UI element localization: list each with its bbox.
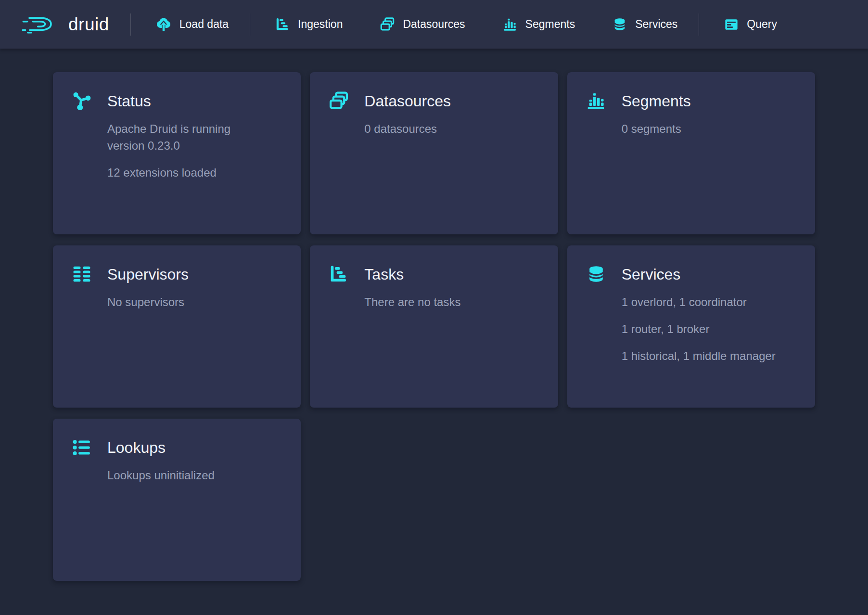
- home-view: Status Apache Druid is running version 0…: [0, 49, 868, 581]
- druid-logo-icon: [19, 15, 62, 34]
- database-icon: [587, 265, 606, 284]
- stacked-rectangles-icon: [380, 17, 395, 32]
- gantt-chart-icon: [329, 265, 348, 284]
- supervisors-card[interactable]: Supervisors No supervisors: [53, 245, 301, 408]
- card-title: Supervisors: [107, 264, 281, 285]
- card-title: Datasources: [364, 90, 538, 112]
- graph-nodes-icon: [72, 91, 91, 111]
- nav-item-load-data[interactable]: Load data: [156, 17, 229, 32]
- nav-item-query[interactable]: Query: [724, 17, 777, 32]
- card-text-line: Apache Druid is running version 0.23.0: [107, 120, 271, 154]
- card-body: 0 segments: [622, 120, 796, 147]
- stacked-rectangles-icon: [329, 91, 348, 111]
- segmented-bar-chart-icon: [503, 17, 517, 32]
- database-icon: [613, 17, 627, 32]
- list-columns-icon: [72, 265, 91, 284]
- brand-name: druid: [68, 14, 109, 35]
- status-card[interactable]: Status Apache Druid is running version 0…: [53, 72, 301, 234]
- card-body: 1 overlord, 1 coordinator1 router, 1 bro…: [622, 294, 796, 374]
- gantt-chart-icon: [275, 17, 290, 32]
- tasks-card[interactable]: Tasks There are no tasks: [310, 245, 558, 408]
- card-title: Services: [622, 264, 796, 285]
- nav-item-label: Query: [747, 18, 777, 31]
- card-text-line: 0 datasources: [364, 120, 538, 137]
- card-body: There are no tasks: [364, 294, 538, 320]
- card-text-line: No supervisors: [107, 294, 281, 310]
- nav-divider: [699, 13, 699, 36]
- card-title: Lookups: [107, 437, 281, 458]
- nav-divider: [250, 13, 250, 36]
- card-text-line: 1 router, 1 broker: [622, 320, 796, 337]
- card-text-line: Lookups uninitialized: [107, 467, 281, 484]
- segmented-bar-chart-icon: [587, 91, 606, 111]
- nav-item-ingestion[interactable]: Ingestion: [275, 17, 343, 32]
- nav-divider: [130, 13, 131, 36]
- nav-item-services[interactable]: Services: [613, 17, 677, 32]
- card-title: Status: [107, 90, 281, 112]
- nav-item-label: Services: [635, 18, 677, 31]
- datasources-card[interactable]: Datasources 0 datasources: [310, 72, 558, 234]
- top-navbar: druid Load data Ingestion: [0, 0, 868, 49]
- card-body: 0 datasources: [364, 120, 538, 147]
- console-document-icon: [724, 17, 739, 32]
- nav-item-label: Load data: [179, 18, 229, 31]
- card-text-line: 12 extensions loaded: [107, 164, 281, 181]
- cloud-upload-icon: [156, 17, 171, 32]
- nav-item-label: Ingestion: [298, 18, 343, 31]
- card-text-line: 0 segments: [622, 120, 796, 137]
- druid-logo[interactable]: druid: [19, 14, 109, 35]
- nav-item-segments[interactable]: Segments: [503, 17, 575, 32]
- card-title: Tasks: [364, 264, 538, 285]
- lookups-card[interactable]: Lookups Lookups uninitialized: [53, 419, 301, 581]
- card-body: Lookups uninitialized: [107, 467, 281, 494]
- card-body: No supervisors: [107, 294, 281, 320]
- card-title: Segments: [622, 90, 796, 112]
- nav-item-label: Datasources: [403, 18, 465, 31]
- nav-item-label: Segments: [525, 18, 575, 31]
- card-body: Apache Druid is running version 0.23.012…: [107, 120, 281, 191]
- properties-list-icon: [72, 438, 91, 457]
- card-grid: Status Apache Druid is running version 0…: [53, 72, 815, 581]
- card-text-line: 1 historical, 1 middle manager: [622, 347, 796, 364]
- segments-card[interactable]: Segments 0 segments: [567, 72, 815, 234]
- services-card[interactable]: Services 1 overlord, 1 coordinator1 rout…: [567, 245, 815, 408]
- card-text-line: There are no tasks: [364, 294, 538, 310]
- nav-item-datasources[interactable]: Datasources: [380, 17, 465, 32]
- card-text-line: 1 overlord, 1 coordinator: [622, 294, 796, 310]
